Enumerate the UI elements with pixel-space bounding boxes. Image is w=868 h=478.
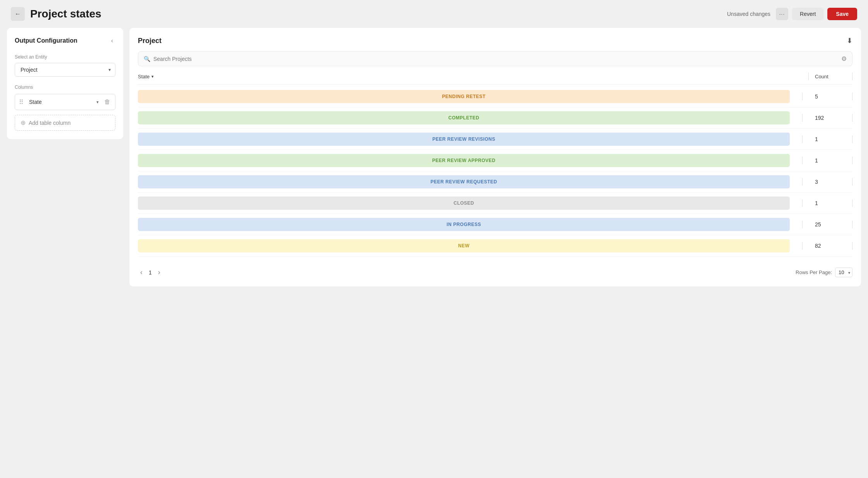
state-badge-wrapper: PEER REVIEW REVISIONS bbox=[138, 133, 796, 146]
header-left: Project states bbox=[11, 7, 101, 21]
col-count-label: Count bbox=[815, 74, 828, 79]
row-divider bbox=[802, 93, 803, 100]
download-icon: ⬇ bbox=[847, 37, 853, 45]
prev-page-button[interactable] bbox=[138, 267, 145, 278]
row-count: 5 bbox=[815, 93, 846, 100]
filter-icon-button[interactable]: ⚙ bbox=[841, 55, 847, 62]
state-badge: NEW bbox=[138, 239, 790, 252]
more-options-button[interactable] bbox=[776, 8, 788, 20]
panel-header: Output Configuration ‹ bbox=[15, 36, 115, 45]
plus-circle-icon: ⊕ bbox=[21, 119, 26, 126]
chevron-right-icon bbox=[158, 269, 160, 276]
row-divider2 bbox=[852, 135, 853, 143]
row-divider2 bbox=[852, 178, 853, 186]
table-row: PENDING RETEST 5 bbox=[138, 86, 853, 107]
delete-column-button[interactable]: 🗑 bbox=[103, 98, 111, 106]
row-divider2 bbox=[852, 114, 853, 122]
column-row: ⠿ State 🗑 bbox=[15, 94, 115, 110]
header-right: Unsaved changes Revert Save bbox=[727, 8, 857, 20]
table-row: NEW 82 bbox=[138, 235, 853, 257]
table-row: COMPLETED 192 bbox=[138, 107, 853, 129]
row-divider2 bbox=[852, 199, 853, 207]
table-row: PEER REVIEW REVISIONS 1 bbox=[138, 129, 853, 150]
add-column-button[interactable]: ⊕ Add table column bbox=[15, 115, 115, 131]
rows-per-page: Rows Per Page: 10 25 50 bbox=[796, 267, 853, 277]
search-icon: 🔍 bbox=[144, 56, 150, 62]
col-state-sort-icon[interactable]: ▾ bbox=[151, 74, 154, 79]
left-panel: Output Configuration ‹ Select an Entity … bbox=[7, 28, 123, 139]
col-divider-1 bbox=[808, 72, 809, 80]
row-divider2 bbox=[852, 93, 853, 100]
col-divider-2 bbox=[852, 72, 853, 80]
current-page: 1 bbox=[149, 269, 152, 276]
table-row: IN PROGRESS 25 bbox=[138, 214, 853, 235]
row-divider bbox=[802, 221, 803, 228]
col-state-label: State bbox=[138, 74, 150, 79]
row-divider2 bbox=[852, 221, 853, 228]
state-badge: PENDING RETEST bbox=[138, 90, 790, 103]
arrow-left-icon bbox=[15, 10, 21, 17]
state-badge-wrapper: PENDING RETEST bbox=[138, 90, 796, 103]
revert-button[interactable]: Revert bbox=[792, 8, 823, 20]
back-button[interactable] bbox=[11, 7, 25, 21]
state-badge: COMPLETED bbox=[138, 111, 790, 124]
row-divider bbox=[802, 178, 803, 186]
unsaved-label: Unsaved changes bbox=[727, 11, 770, 17]
row-divider2 bbox=[852, 242, 853, 250]
state-badge: IN PROGRESS bbox=[138, 218, 790, 231]
search-bar: 🔍 ⚙ bbox=[138, 51, 853, 66]
pagination: 1 Rows Per Page: 10 25 50 bbox=[138, 264, 853, 278]
entity-select-wrapper: Project bbox=[15, 63, 115, 77]
right-panel-header: Project ⬇ bbox=[138, 36, 853, 45]
table-body: PENDING RETEST 5 COMPLETED 192 PEER REVI… bbox=[138, 86, 853, 257]
row-count: 25 bbox=[815, 221, 846, 228]
header: Project states Unsaved changes Revert Sa… bbox=[0, 0, 868, 28]
row-divider bbox=[802, 157, 803, 164]
state-badge-wrapper: IN PROGRESS bbox=[138, 218, 796, 231]
chevron-left-icon bbox=[140, 269, 143, 276]
table-header: State ▾ Count bbox=[138, 72, 853, 85]
pagination-controls: 1 bbox=[138, 267, 163, 278]
state-badge: PEER REVIEW REQUESTED bbox=[138, 175, 790, 188]
rows-select-wrapper: 10 25 50 bbox=[835, 267, 853, 277]
row-count: 1 bbox=[815, 136, 846, 142]
table-row: CLOSED 1 bbox=[138, 193, 853, 214]
page-title: Project states bbox=[30, 8, 101, 20]
collapse-button[interactable]: ‹ bbox=[109, 36, 115, 45]
state-badge-wrapper: NEW bbox=[138, 239, 796, 252]
row-count: 82 bbox=[815, 243, 846, 249]
save-button[interactable]: Save bbox=[827, 8, 857, 20]
state-badge-wrapper: PEER REVIEW APPROVED bbox=[138, 154, 796, 167]
row-divider bbox=[802, 114, 803, 122]
next-page-button[interactable] bbox=[156, 267, 163, 278]
row-divider2 bbox=[852, 157, 853, 164]
state-badge-wrapper: PEER REVIEW REQUESTED bbox=[138, 175, 796, 188]
download-button[interactable]: ⬇ bbox=[847, 36, 853, 45]
state-badge-wrapper: COMPLETED bbox=[138, 111, 796, 124]
col-state-header: State ▾ bbox=[138, 74, 802, 79]
entity-label: Select an Entity bbox=[15, 54, 115, 60]
rows-per-page-select[interactable]: 10 25 50 bbox=[835, 267, 853, 277]
add-column-label: Add table column bbox=[29, 120, 70, 126]
project-title: Project bbox=[138, 37, 162, 45]
col-count-header: Count bbox=[815, 74, 846, 79]
search-input[interactable] bbox=[153, 56, 838, 62]
rows-per-page-label: Rows Per Page: bbox=[796, 269, 832, 275]
row-count: 1 bbox=[815, 200, 846, 206]
state-badge: CLOSED bbox=[138, 197, 790, 210]
panel-title: Output Configuration bbox=[15, 37, 77, 44]
row-count: 1 bbox=[815, 157, 846, 164]
row-count: 3 bbox=[815, 179, 846, 185]
state-badge: PEER REVIEW APPROVED bbox=[138, 154, 790, 167]
table-row: PEER REVIEW REQUESTED 3 bbox=[138, 171, 853, 193]
column-select-wrapper: State bbox=[27, 97, 100, 107]
drag-handle-icon[interactable]: ⠿ bbox=[19, 98, 24, 106]
row-divider bbox=[802, 199, 803, 207]
main-layout: Output Configuration ‹ Select an Entity … bbox=[0, 28, 868, 293]
column-select[interactable]: State bbox=[27, 97, 100, 107]
dots-icon bbox=[779, 11, 785, 17]
entity-select[interactable]: Project bbox=[15, 63, 115, 77]
right-panel: Project ⬇ 🔍 ⚙ State ▾ Count bbox=[129, 28, 861, 286]
row-divider bbox=[802, 135, 803, 143]
columns-label: Columns bbox=[15, 85, 115, 90]
